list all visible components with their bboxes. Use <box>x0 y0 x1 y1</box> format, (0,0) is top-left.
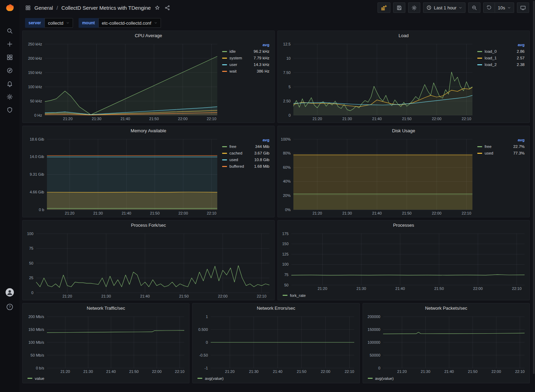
panel-title[interactable]: Disk Usage <box>278 126 529 136</box>
panel-title[interactable]: Memory Available <box>23 126 274 136</box>
create-plus-icon[interactable] <box>6 37 13 51</box>
legend-header: avg <box>517 43 525 47</box>
svg-text:22:00: 22:00 <box>178 211 188 215</box>
panel-title[interactable]: Load <box>278 31 529 41</box>
search-icon[interactable] <box>6 24 13 37</box>
legend-label[interactable]: value <box>35 376 44 381</box>
legend-label[interactable]: avg(value) <box>375 376 394 381</box>
svg-text:25: 25 <box>29 276 33 280</box>
svg-text:21:20: 21:20 <box>65 211 75 215</box>
breadcrumb-separator: / <box>56 5 58 11</box>
svg-text:75: 75 <box>284 273 289 277</box>
grafana-logo[interactable] <box>5 3 15 12</box>
chart-disk-usage[interactable]: 100%80%60%40%20%0%21:2021:3021:4021:5022… <box>280 136 476 216</box>
panel-title[interactable]: CPU Average <box>23 31 274 41</box>
chart-processes[interactable]: 175150125100755021:2021:3021:4021:5022:0… <box>280 230 528 292</box>
svg-text:21:40: 21:40 <box>140 294 150 298</box>
chart-network-traffic[interactable]: 200 Mb/s150 Mb/s100 Mb/s50 Mb/s0 b/s21:2… <box>25 313 188 375</box>
svg-text:0: 0 <box>289 113 291 117</box>
legend-label[interactable]: used <box>485 151 511 155</box>
svg-text:75: 75 <box>29 246 33 250</box>
chart-cpu-average[interactable]: 250 kHz200 kHz150 kHz100 kHz50 kHz0 Hz21… <box>25 41 221 122</box>
svg-text:200 Mb/s: 200 Mb/s <box>29 315 44 319</box>
panel-title[interactable]: Processes <box>278 220 529 230</box>
alerting-bell-icon[interactable] <box>6 77 13 90</box>
legend-swatch <box>477 153 482 154</box>
dashboard-settings-button[interactable] <box>408 2 420 13</box>
time-range-picker[interactable]: Last 1 hour <box>423 2 465 13</box>
cycle-view-button[interactable] <box>517 2 529 13</box>
dashboards-icon[interactable] <box>6 51 13 64</box>
svg-text:22:10: 22:10 <box>512 286 522 291</box>
legend-label[interactable]: free <box>229 144 252 149</box>
panel-network-traffic: Network Traffic/sec200 Mb/s150 Mb/s100 M… <box>22 303 189 383</box>
chart-network-packets[interactable]: 20000015000010000050000021:2021:3021:402… <box>365 313 528 375</box>
legend-swatch <box>222 58 227 59</box>
chart-network-errors[interactable]: 10.5000-0.50-121:2021:3021:4021:5022:002… <box>195 313 358 375</box>
user-avatar[interactable] <box>5 285 14 300</box>
svg-text:22:00: 22:00 <box>432 211 441 215</box>
admin-shield-icon[interactable] <box>6 103 13 117</box>
svg-text:22:00: 22:00 <box>321 369 331 374</box>
svg-text:21:50: 21:50 <box>150 211 160 215</box>
refresh-interval-picker[interactable]: 10s <box>495 2 514 13</box>
chart-process-fork[interactable]: 100755025021:2021:3021:4021:5022:0022:10 <box>25 230 273 299</box>
panel-legend: avgidle96.2 kHzsystem7.79 kHzuser14.3 kH… <box>221 41 273 122</box>
legend-label[interactable]: user <box>229 62 251 67</box>
add-panel-button[interactable] <box>378 2 390 13</box>
var-mount-select[interactable]: etc-collectd-collectd.conf <box>98 18 161 28</box>
svg-text:21:40: 21:40 <box>395 286 405 291</box>
scrollbar[interactable] <box>533 0 535 392</box>
legend-swatch <box>222 153 227 154</box>
legend-label[interactable]: used <box>229 158 252 162</box>
legend-swatch <box>222 159 227 160</box>
navbar-actions: Last 1 hour 10s <box>378 2 529 13</box>
panel-title[interactable]: Network Errors/sec <box>193 303 359 313</box>
svg-text:22:10: 22:10 <box>515 369 525 374</box>
legend-label[interactable]: buffered <box>229 164 252 168</box>
breadcrumb-folder[interactable]: General <box>34 5 53 11</box>
chart-memory-available[interactable]: 18.6 Gib14.0 Gib9.31 Gib4.66 Gib0 b21:20… <box>25 136 221 216</box>
svg-text:175: 175 <box>282 232 289 236</box>
zoom-out-button[interactable] <box>468 2 480 13</box>
svg-text:21:30: 21:30 <box>421 369 430 374</box>
help-icon[interactable]: ? <box>6 300 14 314</box>
legend-label[interactable]: fork_rate <box>290 293 306 298</box>
panel-title[interactable]: Process Fork/sec <box>23 220 274 230</box>
svg-text:150 Mb/s: 150 Mb/s <box>29 327 44 332</box>
legend-label[interactable]: cached <box>229 151 252 155</box>
svg-text:100 kHz: 100 kHz <box>28 85 42 89</box>
legend-label[interactable]: load_1 <box>485 56 514 60</box>
top-navbar: General / CollectD Server Metrics with T… <box>19 0 533 15</box>
legend-value: 77.3% <box>513 151 525 155</box>
legend-label[interactable]: avg(value) <box>205 376 224 381</box>
svg-text:0: 0 <box>378 366 380 370</box>
configuration-gear-icon[interactable] <box>6 90 13 103</box>
svg-text:0%: 0% <box>285 208 291 212</box>
explore-compass-icon[interactable] <box>6 64 13 77</box>
scrollbar-thumb[interactable] <box>533 1 535 374</box>
var-server-select[interactable]: collectd <box>44 18 73 28</box>
save-dashboard-button[interactable] <box>393 2 405 13</box>
legend-label[interactable]: load_0 <box>485 49 514 53</box>
legend-label[interactable]: system <box>229 56 251 60</box>
dashboard-title[interactable]: CollectD Server Metrics with TDengine <box>62 5 151 11</box>
svg-text:21:50: 21:50 <box>434 286 444 291</box>
svg-text:21:50: 21:50 <box>179 294 189 298</box>
share-icon[interactable] <box>164 4 171 11</box>
legend-label[interactable]: idle <box>229 49 251 53</box>
svg-text:18.6 Gib: 18.6 Gib <box>30 137 44 141</box>
legend-label[interactable]: free <box>485 144 511 149</box>
svg-text:100%: 100% <box>281 137 291 141</box>
svg-text:21:30: 21:30 <box>249 369 259 374</box>
svg-text:21:20: 21:20 <box>313 211 322 215</box>
star-icon[interactable] <box>154 4 161 11</box>
panel-title[interactable]: Network Packets/sec <box>363 303 529 313</box>
panel-disk-usage: Disk Usage100%80%60%40%20%0%21:2021:3021… <box>277 126 530 217</box>
refresh-interval-label: 10s <box>498 5 505 10</box>
chart-load[interactable]: 12.5107.5052.50021:2021:3021:4021:5022:0… <box>280 41 476 122</box>
legend-label[interactable]: wait <box>229 69 251 73</box>
panel-title[interactable]: Network Traffic/sec <box>23 303 189 313</box>
refresh-button[interactable] <box>483 2 495 13</box>
legend-label[interactable]: load_2 <box>485 62 514 67</box>
